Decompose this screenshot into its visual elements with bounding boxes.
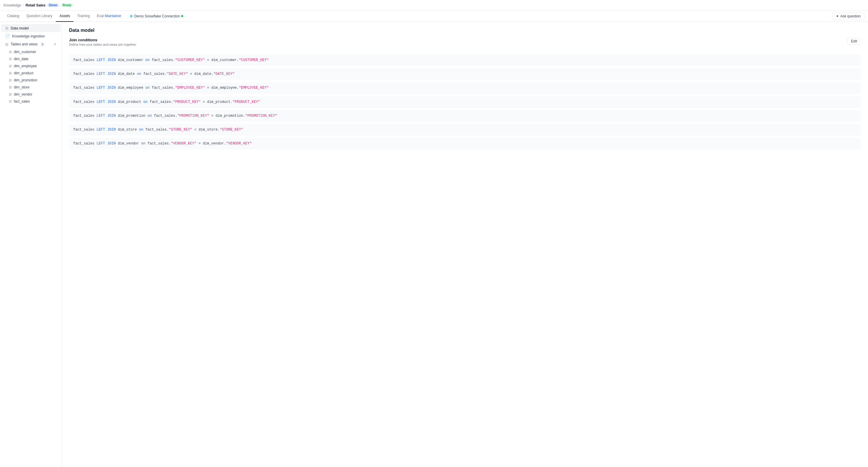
add-table-button[interactable]: + — [54, 42, 56, 46]
join-row: fact_sales LEFT JOIN dim_store on fact_s… — [69, 124, 861, 136]
sidebar-item-data-model[interactable]: Data model — [1, 24, 60, 32]
knowledge-link[interactable]: Knowledge — [4, 3, 21, 7]
retail-sales-label: Retail Sales — [26, 3, 45, 7]
sidebar-item-dim_employee[interactable]: ⊞dim_employee — [0, 63, 62, 70]
table-icon: ⊞ — [9, 64, 12, 68]
sidebar-item-knowledge-ingestion[interactable]: 📄 Knowledge ingestion — [1, 32, 60, 40]
ask-question-button[interactable]: ✦ Ask question — [832, 12, 864, 20]
table-icon: ⊞ — [9, 71, 12, 75]
tab-training[interactable]: Training — [73, 11, 93, 22]
join-row: fact_sales LEFT JOIN dim_product on fact… — [69, 96, 861, 108]
demo-badge: Demo — [47, 3, 59, 7]
sidebar-item-dim_store[interactable]: ⊞dim_store — [0, 84, 62, 91]
tab-assets[interactable]: Assets — [56, 11, 73, 22]
edit-button[interactable]: Edit — [847, 38, 861, 45]
connector-name: Demo Snowflake Connection — [134, 14, 180, 18]
layout: Data model 📄 Knowledge ingestion Tables … — [0, 22, 868, 467]
breadcrumb-sep: / — [23, 3, 24, 7]
connector-status-dot — [181, 15, 183, 17]
navtabs-right: ✦ Ask question — [832, 12, 864, 20]
tables-count-badge: 8 — [40, 42, 45, 46]
main-content: Data model Join conditions Define how yo… — [62, 22, 868, 467]
tab-catalog[interactable]: Catalog — [4, 11, 23, 22]
table-list: ⊞dim_customer⊞dim_date⊞dim_employee⊞dim_… — [0, 48, 62, 105]
sidebar-item-fact_sales[interactable]: ⊞fact_sales — [0, 98, 62, 105]
sidebar-item-dim_date[interactable]: ⊞dim_date — [0, 56, 62, 63]
knowledge-ingestion-icon: 📄 — [5, 34, 10, 38]
sidebar-item-dim_customer[interactable]: ⊞dim_customer — [0, 48, 62, 56]
table-icon: ⊞ — [9, 78, 12, 82]
ready-badge: Ready — [61, 3, 73, 7]
join-row: fact_sales LEFT JOIN dim_customer on fac… — [69, 55, 861, 66]
data-model-icon — [5, 26, 8, 30]
sidebar-item-dim_promotion[interactable]: ⊞dim_promotion — [0, 77, 62, 84]
join-row: fact_sales LEFT JOIN dim_vendor on fact_… — [69, 138, 861, 149]
sidebar-item-dim_product[interactable]: ⊞dim_product — [0, 70, 62, 77]
join-row: fact_sales LEFT JOIN dim_date on fact_sa… — [69, 68, 861, 80]
snowflake-icon: ❄ — [129, 14, 133, 19]
maintainer-label: Maintainer — [105, 14, 121, 18]
sidebar: Data model 📄 Knowledge ingestion Tables … — [0, 22, 62, 467]
table-icon: ⊞ — [9, 57, 12, 61]
sparkle-icon: ✦ — [836, 14, 839, 18]
sidebar-section-tables-views[interactable]: Tables and views 8 + — [1, 40, 60, 48]
page-title: Data model — [69, 28, 861, 33]
join-conditions-subtitle: Define how your tables and views join to… — [69, 43, 137, 46]
table-icon: ⊞ — [9, 50, 12, 54]
table-icon: ⊞ — [9, 92, 12, 96]
tables-views-icon — [5, 42, 8, 46]
join-conditions-header: Join conditions Define how your tables a… — [69, 38, 861, 51]
tab-question-library[interactable]: Question Library — [23, 11, 56, 22]
join-conditions-title: Join conditions — [69, 38, 137, 42]
table-icon: ⊞ — [9, 85, 12, 89]
nav-tabs: Catalog Question Library Assets Training… — [0, 11, 868, 22]
topbar: Knowledge / Retail Sales Demo Ready — [0, 0, 868, 11]
table-icon: ⊞ — [9, 99, 12, 103]
join-row: fact_sales LEFT JOIN dim_employee on fac… — [69, 82, 861, 94]
join-rows-container: fact_sales LEFT JOIN dim_customer on fac… — [69, 55, 861, 149]
connector-indicator: ❄ Demo Snowflake Connection — [129, 14, 183, 19]
sidebar-item-dim_vendor[interactable]: ⊞dim_vendor — [0, 91, 62, 98]
tab-eval[interactable]: Eval Maintainer — [93, 11, 125, 22]
join-row: fact_sales LEFT JOIN dim_promotion on fa… — [69, 110, 861, 122]
